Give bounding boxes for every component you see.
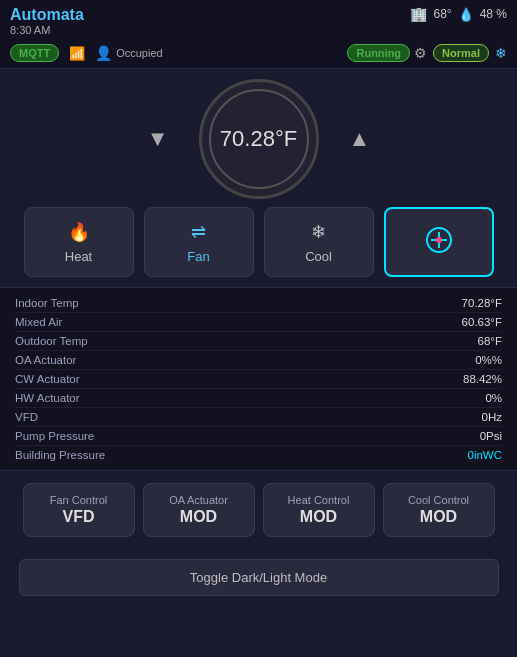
fan-control-value: VFD	[63, 508, 95, 526]
snowflake-icon: ❄	[495, 45, 507, 61]
oa-actuator-value: 0%%	[475, 354, 502, 366]
fan-control-label: Fan Control	[50, 494, 107, 506]
heat-control-label: Heat Control	[288, 494, 350, 506]
mode-buttons: 🔥 Heat ⇌ Fan ❄ Cool	[0, 207, 517, 287]
occupied-label: Occupied	[116, 47, 162, 59]
running-badge: Running	[347, 44, 410, 62]
toggle-theme-button[interactable]: Toggle Dark/Light Mode	[19, 559, 499, 596]
outdoor-temp-label: Outdoor Temp	[15, 335, 88, 347]
status-bar: MQTT 📶 👤 Occupied Running ⚙ Normal ❄	[0, 40, 517, 69]
occupancy-status: 👤 Occupied	[95, 45, 162, 61]
cool-icon: ❄	[311, 221, 326, 243]
wifi-icon: 📶	[69, 46, 85, 61]
row-cw-actuator: CW Actuator 88.42%	[15, 370, 502, 389]
building-icon: 🏢	[410, 6, 427, 22]
status-right: Running ⚙ Normal ❄	[347, 44, 507, 62]
vfd-value: 0Hz	[482, 411, 502, 423]
oa-actuator-card-value: MOD	[180, 508, 217, 526]
heat-icon: 🔥	[68, 221, 90, 243]
fan-label: Fan	[187, 249, 209, 264]
row-vfd: VFD 0Hz	[15, 408, 502, 427]
thermostat-section: ▼ 70.28°F ▲	[0, 69, 517, 207]
gear-icon: ⚙	[414, 45, 427, 61]
heat-mode-button[interactable]: 🔥 Heat	[24, 207, 134, 277]
heat-control-value: MOD	[300, 508, 337, 526]
hw-actuator-value: 0%	[485, 392, 502, 404]
building-temp: 68°	[433, 7, 451, 21]
normal-badge: Normal	[433, 44, 489, 62]
row-pump-pressure: Pump Pressure 0Psi	[15, 427, 502, 446]
person-icon: 👤	[95, 45, 112, 61]
humidity: 48 %	[480, 7, 507, 21]
temp-up-button[interactable]: ▲	[339, 122, 381, 156]
cool-control-label: Cool Control	[408, 494, 469, 506]
fan-mode-button[interactable]: ⇌ Fan	[144, 207, 254, 277]
toggle-section: Toggle Dark/Light Mode	[0, 549, 517, 604]
mixed-air-label: Mixed Air	[15, 316, 62, 328]
fan-icon: ⇌	[191, 221, 206, 243]
row-hw-actuator: HW Actuator 0%	[15, 389, 502, 408]
pump-pressure-label: Pump Pressure	[15, 430, 94, 442]
oa-actuator-label: OA Actuator	[15, 354, 76, 366]
fan-control-card[interactable]: Fan Control VFD	[23, 483, 135, 537]
oa-actuator-card-label: OA Actuator	[169, 494, 228, 506]
temp-circle-inner: 70.28°F	[209, 89, 309, 189]
header-right: 🏢 68° 💧 48 %	[410, 6, 507, 22]
row-building-pressure: Building Pressure 0inWC	[15, 446, 502, 464]
cw-actuator-value: 88.42%	[463, 373, 502, 385]
cw-actuator-label: CW Actuator	[15, 373, 80, 385]
vfd-label: VFD	[15, 411, 38, 423]
mixed-air-value: 60.63°F	[462, 316, 502, 328]
row-mixed-air: Mixed Air 60.63°F	[15, 313, 502, 332]
indoor-temp-label: Indoor Temp	[15, 297, 79, 309]
row-indoor-temp: Indoor Temp 70.28°F	[15, 294, 502, 313]
outdoor-temp-value: 68°F	[478, 335, 502, 347]
building-pressure-label: Building Pressure	[15, 449, 105, 461]
control-cards: Fan Control VFD OA Actuator MOD Heat Con…	[0, 471, 517, 549]
cool-mode-button[interactable]: ❄ Cool	[264, 207, 374, 277]
cool-control-card[interactable]: Cool Control MOD	[383, 483, 495, 537]
app-title: Automata	[10, 6, 84, 24]
building-pressure-value: 0inWC	[467, 449, 502, 461]
temp-down-button[interactable]: ▼	[137, 122, 179, 156]
temp-value: 70.28°F	[220, 126, 297, 152]
svg-point-3	[436, 237, 442, 243]
row-oa-actuator: OA Actuator 0%%	[15, 351, 502, 370]
mqtt-badge[interactable]: MQTT	[10, 44, 59, 62]
temp-circle: 70.28°F	[199, 79, 319, 199]
running-status: Running ⚙	[347, 44, 427, 62]
pump-pressure-value: 0Psi	[480, 430, 502, 442]
header: Automata 8:30 AM 🏢 68° 💧 48 %	[0, 0, 517, 40]
row-outdoor-temp: Outdoor Temp 68°F	[15, 332, 502, 351]
oa-actuator-card[interactable]: OA Actuator MOD	[143, 483, 255, 537]
heat-control-card[interactable]: Heat Control MOD	[263, 483, 375, 537]
drop-icon: 💧	[458, 7, 474, 22]
data-table: Indoor Temp 70.28°F Mixed Air 60.63°F Ou…	[0, 287, 517, 471]
cool-control-value: MOD	[420, 508, 457, 526]
indoor-temp-value: 70.28°F	[462, 297, 502, 309]
active-icon	[425, 226, 453, 259]
cool-label: Cool	[305, 249, 332, 264]
active-mode-button[interactable]	[384, 207, 494, 277]
heat-label: Heat	[65, 249, 92, 264]
hw-actuator-label: HW Actuator	[15, 392, 80, 404]
app-time: 8:30 AM	[10, 24, 84, 36]
header-left: Automata 8:30 AM	[10, 6, 84, 36]
